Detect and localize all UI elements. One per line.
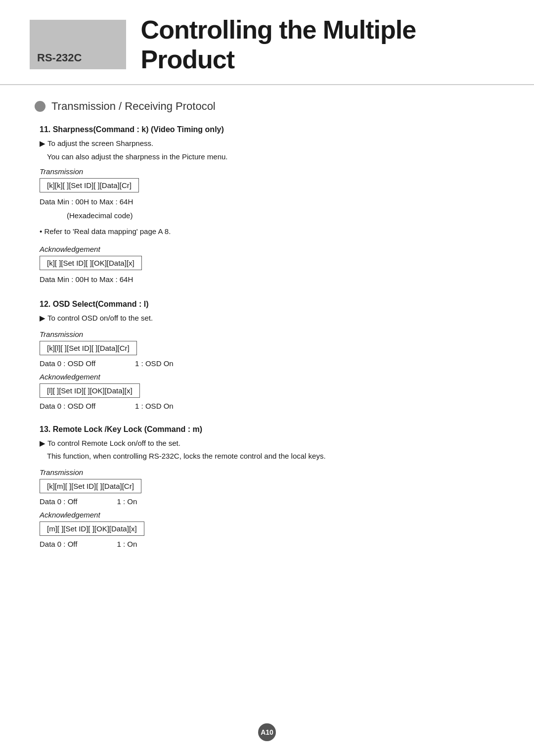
command-11-data-line1: Data Min : 00H to Max : 64H — [40, 196, 499, 208]
command-13-data-0: Data 0 : Off — [40, 497, 77, 506]
section-bullet-icon — [35, 101, 45, 112]
command-11-refer-note: • Refer to 'Real data mapping' page A 8. — [40, 226, 499, 237]
command-12-ack-data-inline: Data 0 : OSD Off 1 : OSD On — [40, 402, 499, 410]
page-header: RS-232C Controlling the Multiple Product — [0, 0, 534, 85]
command-12-ack-data-1: 1 : OSD On — [135, 402, 174, 410]
command-13-desc2: This function, when controlling RS-232C,… — [47, 451, 499, 462]
rs232c-label: RS-232C — [37, 51, 82, 64]
command-13-ack-box: [m][ ][Set ID][ ][OK][Data][x] — [40, 521, 144, 536]
command-13-data-1: 1 : On — [117, 497, 137, 506]
command-11-desc1: ▶ To adjust the screen Sharpness. — [40, 138, 499, 149]
section-heading-label: Transmission / Receiving Protocol — [51, 100, 216, 113]
header-gray-box: RS-232C — [30, 20, 126, 69]
command-13-ack-data-1: 1 : On — [117, 540, 137, 548]
command-11-ack-data: Data Min : 00H to Max : 64H — [40, 274, 499, 285]
page-number: A10 — [258, 723, 276, 741]
command-12-transmission-box: [k][l][ ][Set ID][ ][Data][Cr] — [40, 341, 137, 355]
command-12-ack-data-0: Data 0 : OSD Off — [40, 402, 95, 410]
command-13-transmission-box: [k][m][ ][Set ID][ ][Data][Cr] — [40, 479, 141, 493]
command-12-transmission-label: Transmission — [40, 330, 499, 338]
command-12-data-0: Data 0 : OSD Off — [40, 359, 95, 368]
command-11-data-line2: (Hexadecimal code) — [67, 210, 499, 222]
command-13-desc1-text: ▶ To control Remote Lock on/off to the s… — [40, 438, 180, 449]
command-12-title: 12. OSD Select(Command : l) — [40, 300, 499, 309]
command-12-data-1: 1 : OSD On — [135, 359, 174, 368]
command-11-transmission-label: Transmission — [40, 167, 499, 176]
command-13-ack-label: Acknowledgement — [40, 511, 499, 519]
section-heading: Transmission / Receiving Protocol — [35, 100, 499, 113]
command-13-transmission-container: Transmission [k][m][ ][Set ID][ ][Data][… — [35, 468, 499, 506]
command-11-ack-box: [k][ ][Set ID][ ][OK][Data][x] — [40, 256, 142, 270]
command-12-desc1-text: ▶ To control OSD on/off to the set. — [40, 313, 153, 324]
command-11-desc1-text: ▶ To adjust the screen Sharpness. — [40, 138, 153, 149]
command-13-transmission-label: Transmission — [40, 468, 499, 476]
command-12-transmission-container: Transmission [k][l][ ][Set ID][ ][Data][… — [35, 330, 499, 368]
page-title: Controlling the Multiple Product — [141, 15, 504, 74]
command-section-11: 11. Sharpness(Command : k) (Video Timing… — [35, 125, 499, 285]
command-13-ack-data-inline: Data 0 : Off 1 : On — [40, 540, 499, 548]
command-13-ack-data-0: Data 0 : Off — [40, 540, 77, 548]
command-11-transmission-box: [k][k][ ][Set ID][ ][Data][Cr] — [40, 178, 139, 192]
command-12-desc1: ▶ To control OSD on/off to the set. — [40, 313, 499, 324]
command-11-ack-label: Acknowledgement — [40, 245, 499, 253]
command-13-data-inline: Data 0 : Off 1 : On — [40, 497, 499, 506]
command-11-desc2: You can also adjust the sharpness in the… — [47, 151, 499, 163]
command-12-data-inline: Data 0 : OSD Off 1 : OSD On — [40, 359, 499, 368]
command-11-title: 11. Sharpness(Command : k) (Video Timing… — [40, 125, 499, 134]
command-12-ack-box: [l][ ][Set ID][ ][OK][Data][x] — [40, 383, 140, 398]
command-section-12: 12. OSD Select(Command : l) ▶ To control… — [35, 300, 499, 410]
command-section-13: 13. Remote Lock /Key Lock (Command : m) … — [35, 425, 499, 548]
command-13-desc1: ▶ To control Remote Lock on/off to the s… — [40, 438, 499, 449]
command-13-title: 13. Remote Lock /Key Lock (Command : m) — [40, 425, 499, 434]
command-13-ack-container: Acknowledgement [m][ ][Set ID][ ][OK][Da… — [35, 511, 499, 548]
command-12-ack-label: Acknowledgement — [40, 373, 499, 381]
command-12-ack-container: Acknowledgement [l][ ][Set ID][ ][OK][Da… — [35, 373, 499, 410]
page-content: Transmission / Receiving Protocol 11. Sh… — [0, 100, 534, 583]
